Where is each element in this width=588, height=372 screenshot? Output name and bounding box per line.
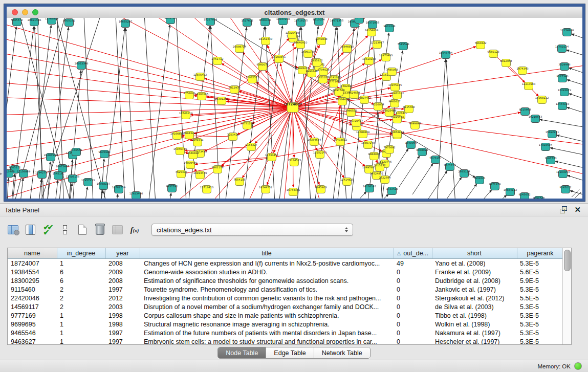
network-node-label: 1640954 (405, 141, 417, 144)
column-header-out-de-[interactable]: △ out_de... (394, 248, 432, 259)
table-row[interactable]: 1830029562008Estimation of significance … (8, 276, 562, 285)
network-node-label: 10252143 (313, 151, 326, 154)
collapsed-panel-arrow[interactable]: ▸ (0, 171, 3, 176)
column-header-pagerank[interactable]: pagerank (517, 248, 562, 259)
tab-network-table[interactable]: Network Table (314, 347, 370, 358)
network-node-label: 8505111 (9, 166, 20, 169)
network-node-label: 9631204 (383, 25, 396, 28)
close-panel-icon[interactable]: ✕ (574, 206, 581, 213)
row-height-icon[interactable] (58, 223, 72, 236)
delete-table-icon[interactable] (93, 223, 106, 236)
network-node-label: 8938923 (416, 148, 428, 151)
network-node-label: 15654923 (390, 130, 404, 134)
table-row[interactable]: 946362711997Embryonic stem cells: a mode… (8, 337, 562, 344)
network-node-label: 14200841 (272, 55, 286, 58)
table-settings-icon[interactable] (6, 223, 19, 236)
column-header-name[interactable]: name (8, 248, 57, 259)
network-node-label: 8215953 (519, 108, 531, 111)
network-node-label: 7884321 (183, 132, 195, 135)
network-node-label: 10025488 (383, 109, 396, 112)
column-header-year[interactable]: year (105, 248, 140, 259)
table-header-row[interactable]: namein_degreeyeartitle△ out_de...shortpa… (8, 248, 562, 259)
network-node-label: 1167533 (545, 157, 556, 160)
network-node-label: 7515526 (397, 42, 409, 46)
network-node-label: 2087682 (353, 18, 365, 19)
network-node-label: 12923446 (129, 192, 143, 195)
column-header-in-degree[interactable]: in_degree (57, 248, 105, 259)
network-node-label: 17016504 (539, 143, 553, 146)
create-table-icon[interactable] (76, 223, 89, 236)
network-node-label: 9990448 (306, 70, 317, 73)
network-node-label: 16961758 (301, 50, 315, 53)
network-node-label: 8313054 (313, 18, 325, 21)
network-node-label: 16648784 (439, 51, 453, 54)
cytoscape-desktop: ▸ citations_edges.txt 224083816846910196… (0, 0, 588, 372)
network-node-label: 16151430 (259, 37, 272, 40)
table-row[interactable]: 2242004622012Investigating the contribut… (8, 294, 562, 302)
network-node-label: 18731204 (241, 122, 254, 125)
network-node-label: 15227604 (204, 18, 217, 21)
network-node-label: 2935114 (458, 170, 470, 173)
network-node-label: 12213983 (522, 82, 535, 85)
import-table-disabled-icon (111, 223, 124, 236)
column-header-title[interactable]: title (140, 248, 394, 259)
network-node-label: 18544752 (259, 186, 272, 189)
network-node-label: 20098714 (233, 45, 247, 48)
tab-node-table[interactable]: Node Table (218, 347, 266, 358)
network-node-label: 3913406 (7, 170, 15, 173)
network-node-label: 9699695 (409, 122, 421, 125)
network-node-label: 15751024 (555, 45, 569, 48)
network-node-label: 1974343 (516, 67, 528, 70)
table-row[interactable]: 946554611997Estimation of the future num… (8, 329, 562, 337)
table-row[interactable]: 1456911722003Disruption of a novel membe… (8, 302, 562, 311)
network-window-titlebar[interactable]: citations_edges.txt (7, 7, 582, 18)
network-node-label: 9115460 (403, 105, 415, 108)
table-selector-dropdown[interactable]: citations_edges.txt (151, 224, 353, 236)
network-node-label: 20053346 (75, 62, 88, 65)
table-row[interactable]: 977716911998Corpus callosum shape and si… (8, 311, 562, 320)
network-node-label: 6466160 (259, 18, 271, 21)
table-panel-header[interactable]: Table Panel ✕ (0, 204, 588, 216)
table-panel: Table Panel ✕ ✔✔✔ f(x) citations_edges.t… (0, 203, 588, 372)
network-node-label: 9694540 (533, 196, 545, 199)
table-scrollbar-thumb[interactable] (564, 250, 571, 271)
table-row[interactable]: 911546021997Tourette syndrome. Phenomeno… (8, 285, 562, 294)
function-builder-icon[interactable]: f(x) (128, 223, 141, 236)
network-node-label: 16914479 (193, 171, 207, 174)
node-table[interactable]: namein_degreeyeartitle△ out_de...shortpa… (8, 248, 562, 344)
network-node-label: 10973493 (379, 54, 393, 57)
network-node-label: 2240838 (315, 37, 327, 40)
network-node-label: 16210643 (529, 115, 542, 118)
network-node-label: 2160559 (70, 148, 82, 151)
network-node-label: 2751712 (211, 57, 223, 60)
network-node-label: 9884067 (368, 152, 380, 156)
table-row[interactable]: 969969511998Structural magnetic resonanc… (8, 320, 562, 329)
table-row[interactable]: 1872400712008Changes of HCN gene express… (8, 259, 562, 268)
network-node-label: 16120746 (378, 160, 391, 163)
select-columns-icon[interactable] (24, 223, 37, 236)
network-node-label: 11154808 (560, 29, 574, 32)
float-panel-icon[interactable] (560, 206, 568, 213)
table-scrollbar[interactable] (562, 248, 571, 344)
column-header-short[interactable]: short (432, 248, 517, 259)
network-node-label: 10975487 (56, 165, 69, 168)
network-node-label: 12103054 (556, 170, 570, 173)
network-node-label: 9227340 (556, 75, 568, 78)
select-all-rows-icon[interactable]: ✔✔✔ (41, 223, 54, 236)
network-node-label: 10958107 (97, 182, 110, 185)
network-node-label: 1821022 (317, 76, 329, 79)
network-node-label: 2043714 (164, 18, 177, 19)
network-node-label: 3624554 (348, 91, 360, 94)
network-canvas-container[interactable]: 2240838168469101961910312161064104611021… (7, 18, 582, 199)
network-node-label: 12032571 (246, 76, 259, 79)
tab-edge-table[interactable]: Edge Table (266, 347, 314, 358)
network-canvas[interactable]: 2240838168469101961910312161064104611021… (7, 18, 582, 199)
table-panel-title: Table Panel (5, 206, 560, 214)
memory-ok-icon (574, 362, 582, 370)
network-view-window[interactable]: citations_edges.txt 22408381684691019619… (4, 4, 585, 201)
network-node-label: 12942757 (35, 171, 49, 174)
table-row[interactable]: 1938455462009Genome-wide association stu… (8, 268, 562, 276)
network-node-label: 6216054 (372, 103, 384, 106)
network-node-label: 1545191 (52, 172, 64, 175)
network-node-label: 20206576 (44, 154, 57, 157)
